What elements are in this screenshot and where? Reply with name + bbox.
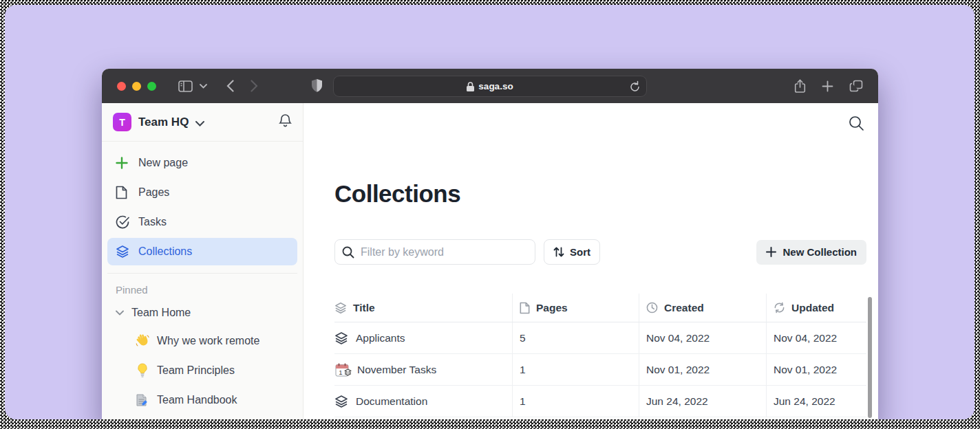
sidebar-item-label: Tasks bbox=[138, 216, 167, 228]
sidebar-item-collections[interactable]: Collections bbox=[107, 238, 297, 265]
sidebar-nav: New page Pages Tas bbox=[102, 142, 303, 265]
updated-date: Nov 01, 2022 bbox=[774, 364, 837, 376]
sidebar: T Team HQ bbox=[102, 103, 303, 419]
sidebar-item-label: Team Home bbox=[131, 307, 191, 319]
collections-toolbar: Sort New Collection bbox=[334, 239, 866, 265]
url-text: saga.so bbox=[478, 81, 513, 91]
table-header-row: Title Pages bbox=[334, 294, 866, 322]
task-check-icon bbox=[116, 215, 129, 229]
chevron-down-icon[interactable] bbox=[116, 310, 124, 316]
collection-title: Applicants bbox=[356, 332, 405, 344]
plus-icon bbox=[766, 247, 776, 257]
sidebar-item-why-we-work-remote[interactable]: Why we work remote bbox=[102, 326, 303, 355]
sidebar-item-tasks[interactable]: Tasks bbox=[107, 208, 297, 236]
table-row[interactable]: 1 November Tasks 1 Nov 01, 2022 bbox=[334, 354, 866, 386]
reload-icon[interactable] bbox=[630, 80, 640, 94]
sidebar-item-new-page[interactable]: New page bbox=[107, 149, 297, 177]
sidebar-item-label: New page bbox=[138, 157, 188, 169]
tab-overview-icon[interactable] bbox=[849, 80, 863, 92]
updated-date: Nov 04, 2022 bbox=[774, 332, 837, 344]
workspace-name: Team HQ bbox=[138, 116, 189, 129]
column-header-updated[interactable]: Updated bbox=[767, 294, 866, 322]
chevron-down-icon bbox=[195, 117, 204, 129]
document-pen-icon bbox=[135, 393, 149, 407]
desktop-background: saga.so bbox=[5, 5, 974, 419]
layers-icon bbox=[116, 245, 129, 258]
sidebar-item-team-principles[interactable]: Team Principles bbox=[102, 355, 303, 385]
sidebar-item-label: Team Handbook bbox=[157, 394, 237, 406]
clock-icon bbox=[646, 302, 658, 314]
search-icon[interactable] bbox=[849, 116, 864, 134]
lock-icon bbox=[467, 82, 474, 91]
column-header-label: Title bbox=[353, 302, 375, 314]
refresh-icon bbox=[774, 302, 785, 314]
created-date: Nov 01, 2022 bbox=[646, 364, 710, 376]
table-row[interactable]: Applicants 5 Nov 04, 2022 Nov 04, 2022 bbox=[334, 322, 866, 354]
sidebar-item-team-home[interactable]: Team Home bbox=[102, 300, 303, 326]
column-header-label: Created bbox=[664, 302, 704, 314]
address-bar[interactable]: saga.so bbox=[333, 76, 647, 97]
created-date: Jun 24, 2022 bbox=[646, 395, 708, 408]
minimize-button[interactable] bbox=[132, 82, 141, 91]
pinned-section-label: Pinned bbox=[102, 274, 303, 300]
sidebar-item-team-handbook[interactable]: Team Handbook bbox=[102, 385, 303, 415]
forward-button[interactable] bbox=[251, 80, 258, 92]
table-row[interactable]: Documentation 1 Jun 24, 2022 Jun 24, 202… bbox=[334, 386, 866, 417]
browser-toolbar: saga.so bbox=[102, 69, 878, 103]
light-bulb-icon bbox=[135, 363, 149, 377]
updated-date: Jun 24, 2022 bbox=[774, 395, 835, 408]
pages-count: 1 bbox=[520, 395, 526, 408]
zoom-button[interactable] bbox=[147, 82, 156, 91]
sidebar-toggle-icon[interactable] bbox=[178, 80, 193, 92]
collection-title: November Tasks bbox=[357, 364, 436, 376]
created-date: Nov 04, 2022 bbox=[646, 332, 710, 344]
new-collection-button[interactable]: New Collection bbox=[756, 240, 866, 265]
page-title: Collections bbox=[334, 180, 866, 208]
notifications-bell-icon[interactable] bbox=[279, 113, 292, 131]
sidebar-item-label: Why we work remote bbox=[157, 335, 259, 347]
pages-count: 1 bbox=[520, 364, 526, 376]
window-controls bbox=[117, 82, 156, 91]
new-tab-icon[interactable] bbox=[822, 80, 833, 92]
sort-button[interactable]: Sort bbox=[544, 239, 600, 265]
filter-input-wrapper bbox=[334, 239, 535, 265]
new-collection-button-label: New Collection bbox=[782, 246, 857, 258]
column-header-label: Updated bbox=[791, 302, 834, 314]
pages-count: 5 bbox=[520, 332, 526, 344]
layers-icon bbox=[334, 302, 347, 314]
layers-icon bbox=[334, 395, 348, 408]
close-button[interactable] bbox=[117, 82, 126, 91]
back-button[interactable] bbox=[226, 80, 234, 92]
sort-arrows-icon bbox=[553, 246, 564, 258]
privacy-shield-icon[interactable] bbox=[311, 78, 323, 93]
magnifier-icon bbox=[342, 246, 354, 258]
page-icon bbox=[520, 302, 530, 314]
layers-icon bbox=[334, 331, 348, 345]
share-icon[interactable] bbox=[794, 79, 806, 94]
waving-hand-icon bbox=[135, 334, 149, 348]
column-header-pages[interactable]: Pages bbox=[513, 294, 639, 322]
collection-title: Documentation bbox=[356, 395, 427, 408]
column-header-created[interactable]: Created bbox=[639, 294, 767, 322]
column-header-title[interactable]: Title bbox=[334, 294, 513, 322]
workspace-avatar: T bbox=[113, 113, 131, 131]
sidebar-item-label: Pages bbox=[138, 186, 169, 199]
plus-icon bbox=[116, 157, 129, 169]
svg-text:1: 1 bbox=[339, 368, 342, 376]
sidebar-item-label: Collections bbox=[138, 245, 192, 258]
filter-input[interactable] bbox=[361, 246, 528, 258]
collections-table: Title Pages bbox=[334, 294, 866, 417]
browser-window: saga.so bbox=[102, 69, 878, 419]
main-scrollbar[interactable] bbox=[868, 297, 872, 418]
sort-button-label: Sort bbox=[570, 246, 590, 258]
main-content: Collections bbox=[303, 103, 878, 419]
calendar-layers-icon: 1 bbox=[334, 362, 350, 377]
sidebar-item-label: Team Principles bbox=[157, 364, 235, 377]
sidebar-item-pages[interactable]: Pages bbox=[107, 179, 297, 206]
workspace-switcher[interactable]: T Team HQ bbox=[102, 103, 303, 142]
column-header-label: Pages bbox=[536, 302, 568, 314]
page-icon bbox=[116, 186, 129, 199]
toolbar-chevron-down-icon[interactable] bbox=[200, 84, 207, 89]
